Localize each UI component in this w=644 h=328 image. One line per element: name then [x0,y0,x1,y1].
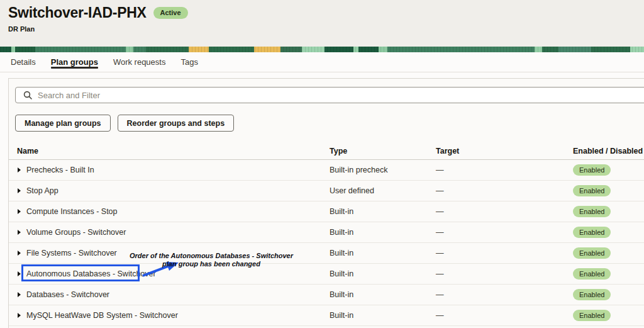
tab-work-requests[interactable]: Work requests [113,52,166,72]
resource-type-label: DR Plan [8,25,644,33]
search-filter-box[interactable] [15,87,644,103]
tab-details[interactable]: Details [11,52,36,72]
expand-arrow-icon[interactable] [18,230,21,235]
enabled-badge: Enabled [573,185,611,196]
plan-group-name: Volume Groups - Switchover [26,228,126,237]
table-row[interactable]: Prechecks - Built In Built-in precheck —… [9,160,644,181]
search-input[interactable] [38,91,604,100]
enabled-badge: Enabled [573,247,611,259]
column-header-name: Name [9,147,330,156]
plan-group-target: — [436,166,573,174]
expand-arrow-icon[interactable] [18,251,21,256]
plan-group-type: Built-in precheck [330,166,436,174]
plan-group-name: Prechecks - Built In [26,166,94,174]
plan-group-target: — [436,269,573,278]
plan-group-target: — [436,186,573,195]
page-header: Switchover-IAD-PHX Active DR Plan [0,0,644,47]
expand-arrow-icon[interactable] [18,271,21,276]
column-header-enabled: Enabled / Disabled [573,147,644,156]
table-row[interactable]: Autonomous Databases - Switchover Built-… [9,264,644,285]
table-header: Name Type Target Enabled / Disabled [9,142,644,160]
plan-group-name: Stop App [26,186,58,195]
plan-group-type: Built-in [330,228,436,237]
toolbar: Manage plan groups Reorder groups and st… [15,115,644,132]
plan-group-type: Built-in [330,207,436,216]
plan-group-type: Built-in [330,311,436,320]
manage-plan-groups-button[interactable]: Manage plan groups [15,115,111,132]
expand-arrow-icon[interactable] [18,292,21,297]
plan-group-type: Built-in [330,269,436,278]
table-row[interactable]: Compute Instances - Stop Built-in — Enab… [9,201,644,222]
status-badge: Active [153,7,188,19]
plan-group-name: MySQL HeatWave DB System - Switchover [26,311,178,320]
expand-arrow-icon[interactable] [18,167,21,172]
table-row[interactable]: Databases - Switchover Built-in — Enable… [9,285,644,305]
table-row[interactable]: File Systems - Switchover Built-in — Ena… [9,243,644,264]
plan-group-type: User defined [330,186,436,195]
table-row[interactable]: Volume Groups - Switchover Built-in — En… [9,222,644,243]
plan-group-target: — [436,290,573,299]
tab-bar: Details Plan groups Work requests Tags [0,52,644,72]
plan-group-type: Built-in [330,249,436,257]
enabled-badge: Enabled [573,164,611,176]
enabled-badge: Enabled [573,227,611,238]
expand-arrow-icon[interactable] [18,188,21,193]
plan-group-target: — [436,207,573,216]
plan-group-target: — [436,249,573,257]
enabled-badge: Enabled [573,289,611,300]
enabled-badge: Enabled [573,310,611,321]
expand-arrow-icon[interactable] [18,313,21,318]
search-icon [23,91,32,99]
plan-group-name: Databases - Switchover [26,290,109,299]
plan-group-name: Compute Instances - Stop [26,207,118,216]
column-header-type: Type [330,147,436,156]
enabled-badge: Enabled [573,268,611,280]
plan-group-target: — [436,311,573,320]
plan-group-type: Built-in [330,290,436,299]
tab-tags[interactable]: Tags [180,52,197,72]
table-row[interactable]: Stop App User defined — Enabled [9,181,644,201]
column-header-target: Target [436,147,573,156]
plan-group-name: File Systems - Switchover [26,249,117,257]
plan-group-target: — [436,228,573,237]
table-row[interactable]: MySQL HeatWave DB System - Switchover Bu… [9,305,644,326]
decorative-banner-strip [0,47,644,52]
plan-groups-panel: Manage plan groups Reorder groups and st… [8,78,644,328]
enabled-badge: Enabled [573,206,611,217]
plan-group-name: Autonomous Databases - Switchover [26,269,156,278]
expand-arrow-icon[interactable] [18,209,21,214]
page-title: Switchover-IAD-PHX [8,4,147,21]
tab-plan-groups[interactable]: Plan groups [51,52,98,72]
reorder-groups-button[interactable]: Reorder groups and steps [118,115,235,132]
plan-groups-table: Prechecks - Built In Built-in precheck —… [9,160,644,326]
